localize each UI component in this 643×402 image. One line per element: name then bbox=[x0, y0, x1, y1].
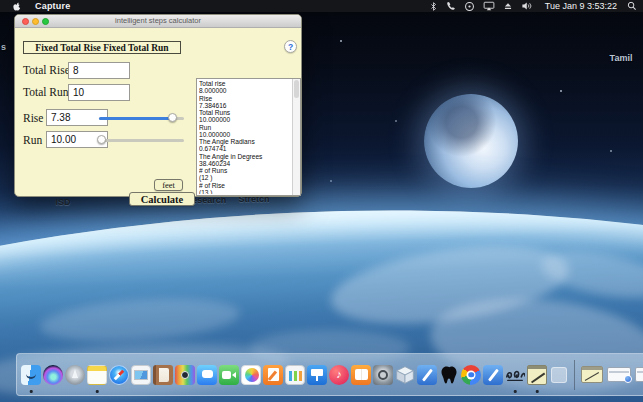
dock-item[interactable] bbox=[504, 356, 526, 394]
dock-item[interactable] bbox=[284, 356, 306, 394]
dock-item[interactable] bbox=[526, 356, 548, 394]
cube-app-icon[interactable] bbox=[395, 365, 415, 385]
chrome-icon[interactable] bbox=[461, 365, 481, 385]
dock-item[interactable] bbox=[438, 356, 460, 394]
finder-icon[interactable] bbox=[21, 365, 41, 385]
run-slider-thumb[interactable] bbox=[97, 135, 106, 144]
desktop-icon-label[interactable]: s bbox=[1, 42, 6, 52]
results-output-box[interactable]: Total rise 8.000000 Rise 7.384616 Total … bbox=[196, 78, 301, 196]
run-label: Run bbox=[23, 134, 42, 146]
dock-item[interactable] bbox=[460, 356, 482, 394]
menu-bar-clock[interactable]: Tue Jan 9 3:53:22 bbox=[545, 1, 617, 11]
siri-icon[interactable] bbox=[43, 365, 63, 385]
phone-icon[interactable] bbox=[446, 1, 456, 11]
photo-booth-icon[interactable] bbox=[175, 365, 195, 385]
star bbox=[330, 180, 332, 182]
mode-title-box: Fixed Total Rise Fixed Total Run bbox=[23, 41, 181, 54]
volume-icon[interactable] bbox=[521, 1, 533, 11]
dock-item[interactable] bbox=[196, 356, 218, 394]
photos-icon[interactable] bbox=[241, 365, 261, 385]
minimized-steps-calculator-window[interactable] bbox=[581, 366, 603, 383]
tooth-app-icon[interactable] bbox=[440, 365, 458, 385]
total-run-input[interactable] bbox=[68, 84, 130, 101]
dock-item[interactable] bbox=[218, 356, 240, 394]
dock-item[interactable] bbox=[152, 356, 174, 394]
minimized-document-window-2[interactable] bbox=[635, 367, 643, 382]
window-title-bar[interactable]: intelligent steps calculator bbox=[15, 15, 301, 28]
dock-item[interactable] bbox=[262, 356, 284, 394]
dock-item[interactable] bbox=[394, 356, 416, 394]
apple-menu-icon[interactable] bbox=[11, 1, 21, 12]
contacts-icon[interactable] bbox=[153, 365, 173, 385]
help-button[interactable]: ? bbox=[284, 40, 297, 53]
safari-icon[interactable] bbox=[109, 365, 129, 385]
launchpad-icon[interactable] bbox=[65, 365, 85, 385]
window-content: Fixed Total Rise Fixed Total Run ? Total… bbox=[15, 28, 301, 196]
dock-item[interactable] bbox=[416, 356, 438, 394]
dock-item[interactable] bbox=[579, 356, 605, 394]
dock-item[interactable] bbox=[42, 356, 64, 394]
rise-slider[interactable] bbox=[99, 113, 184, 123]
dock-item[interactable] bbox=[64, 356, 86, 394]
minimized-document-window[interactable] bbox=[607, 367, 631, 382]
time-machine-icon[interactable] bbox=[464, 1, 475, 12]
dock-item[interactable] bbox=[20, 356, 42, 394]
moon bbox=[424, 94, 518, 188]
running-indicator bbox=[514, 390, 517, 393]
rise-slider-thumb[interactable] bbox=[168, 113, 177, 122]
dock-divider bbox=[574, 360, 575, 390]
keynote-icon[interactable] bbox=[307, 365, 327, 385]
bluetooth-icon[interactable] bbox=[429, 1, 438, 12]
dock: ♪ bbox=[16, 353, 643, 396]
dock-item[interactable] bbox=[633, 356, 643, 394]
builder-app-icon[interactable] bbox=[483, 365, 503, 385]
total-rise-input[interactable] bbox=[68, 62, 130, 79]
hidden-app-icon[interactable] bbox=[551, 367, 567, 383]
system-preferences-icon[interactable] bbox=[373, 365, 393, 385]
dock-item[interactable] bbox=[605, 356, 633, 394]
dock-item[interactable] bbox=[108, 356, 130, 394]
eject-icon[interactable] bbox=[503, 1, 513, 11]
dock-item[interactable]: ♪ bbox=[328, 356, 350, 394]
desktop-icon-label-isd[interactable]: ISD bbox=[48, 197, 78, 207]
run-slider[interactable] bbox=[99, 135, 184, 145]
dock-item[interactable] bbox=[306, 356, 328, 394]
menu-bar: Capture Tue Jan 9 3:53:22 bbox=[0, 0, 643, 12]
results-scrollbar[interactable] bbox=[292, 79, 300, 195]
pages-icon[interactable] bbox=[263, 365, 283, 385]
preview-icon[interactable] bbox=[131, 365, 151, 385]
dock-item[interactable] bbox=[130, 356, 152, 394]
running-indicator bbox=[30, 390, 33, 393]
dock-item[interactable] bbox=[350, 356, 372, 394]
star bbox=[610, 150, 612, 152]
dock-item[interactable] bbox=[240, 356, 262, 394]
calculate-button[interactable]: Calculate bbox=[129, 192, 195, 206]
messages-icon[interactable] bbox=[197, 365, 217, 385]
dock-item[interactable] bbox=[174, 356, 196, 394]
steps-calculator-app-icon[interactable] bbox=[527, 365, 547, 385]
dock-item[interactable] bbox=[86, 356, 108, 394]
rise-label: Rise bbox=[23, 112, 43, 124]
notes-icon[interactable] bbox=[87, 365, 107, 385]
feet-button[interactable]: feet bbox=[154, 179, 183, 191]
desktop-icon-label-tamil[interactable]: Tamil bbox=[602, 53, 640, 63]
itunes-icon[interactable]: ♪ bbox=[329, 365, 349, 385]
active-app-name[interactable]: Capture bbox=[35, 1, 70, 11]
dock-item[interactable] bbox=[482, 356, 504, 394]
tamil-app-icon[interactable] bbox=[505, 367, 525, 383]
running-indicator bbox=[96, 390, 99, 393]
dock-item[interactable] bbox=[548, 356, 570, 394]
screen: s ISD Research Stretch Tamil Capture Tue… bbox=[0, 0, 643, 402]
spotlight-icon[interactable] bbox=[627, 1, 637, 11]
numbers-icon[interactable] bbox=[285, 365, 305, 385]
facetime-icon[interactable] bbox=[219, 365, 239, 385]
display-mirroring-icon[interactable] bbox=[483, 1, 495, 11]
total-rise-label: Total Rise bbox=[23, 64, 70, 76]
dock-item[interactable] bbox=[372, 356, 394, 394]
ibooks-icon[interactable] bbox=[351, 365, 371, 385]
running-indicator bbox=[536, 390, 539, 393]
total-run-label: Total Run bbox=[23, 86, 69, 98]
drafting-app-icon[interactable] bbox=[417, 365, 437, 385]
star bbox=[340, 40, 342, 42]
star bbox=[560, 90, 562, 92]
